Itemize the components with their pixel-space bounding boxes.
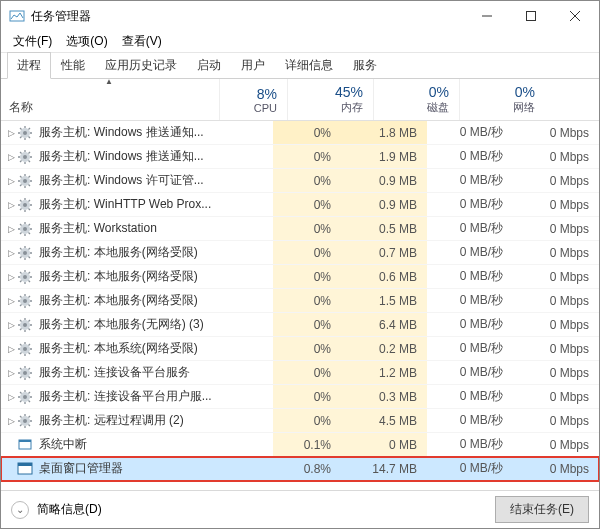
chevron-down-icon[interactable]: ⌄: [11, 501, 29, 519]
fewer-details-link[interactable]: 简略信息(D): [37, 501, 102, 518]
menubar: 文件(F) 选项(O) 查看(V): [1, 31, 599, 53]
svg-line-23: [29, 152, 31, 154]
column-header-row: ▲ 名称 8% CPU 45% 内存 0% 磁盘 0% 网络: [1, 79, 599, 121]
disk-cell: 0 MB/秒: [427, 457, 513, 480]
svg-line-114: [20, 376, 22, 378]
expand-icon[interactable]: ▷: [1, 128, 15, 138]
svg-line-52: [29, 232, 31, 234]
process-row[interactable]: 桌面窗口管理器0.8%14.7 MB0 MB/秒0 Mbps: [1, 457, 599, 481]
disk-cell: 0 MB/秒: [427, 121, 513, 144]
process-row[interactable]: ▷服务主机: 远程过程调用 (2)0%4.5 MB0 MB/秒0 Mbps: [1, 409, 599, 433]
process-row[interactable]: ▷服务主机: Windows 推送通知...0%1.8 MB0 MB/秒0 Mb…: [1, 121, 599, 145]
sort-indicator-icon: ▲: [105, 77, 113, 86]
tab-processes[interactable]: 进程: [7, 52, 51, 79]
tab-app-history[interactable]: 应用历史记录: [95, 52, 187, 79]
disk-cell: 0 MB/秒: [427, 409, 513, 432]
svg-point-6: [23, 131, 27, 135]
svg-point-126: [23, 419, 27, 423]
mem-cell: 0.3 MB: [341, 385, 427, 408]
mem-cell: 1.5 MB: [341, 289, 427, 312]
svg-line-93: [29, 320, 31, 322]
process-row[interactable]: ▷服务主机: 本地服务(网络受限)0%1.5 MB0 MB/秒0 Mbps: [1, 289, 599, 313]
net-cell: 0 Mbps: [513, 433, 599, 456]
app-icon: [9, 8, 25, 24]
process-row[interactable]: ▷服务主机: 连接设备平台服务0%1.2 MB0 MB/秒0 Mbps: [1, 361, 599, 385]
mem-usage-pct: 45%: [335, 84, 363, 100]
process-row[interactable]: ▷服务主机: 本地系统(网络受限)0%0.2 MB0 MB/秒0 Mbps: [1, 337, 599, 361]
cpu-cell: 0%: [273, 409, 341, 432]
expand-icon[interactable]: ▷: [1, 224, 15, 234]
process-row[interactable]: ▷服务主机: Windows 推送通知...0%1.9 MB0 MB/秒0 Mb…: [1, 145, 599, 169]
process-row[interactable]: ▷服务主机: 本地服务(网络受限)0%0.6 MB0 MB/秒0 Mbps: [1, 265, 599, 289]
svg-point-96: [23, 347, 27, 351]
menu-options[interactable]: 选项(O): [60, 31, 113, 52]
net-cell: 0 Mbps: [513, 169, 599, 192]
expand-icon[interactable]: ▷: [1, 248, 15, 258]
minimize-button[interactable]: [465, 2, 509, 30]
svg-line-64: [20, 256, 22, 258]
menu-file[interactable]: 文件(F): [7, 31, 58, 52]
process-row[interactable]: ▷服务主机: WinHTTP Web Prox...0%0.9 MB0 MB/秒…: [1, 193, 599, 217]
expand-icon[interactable]: ▷: [1, 176, 15, 186]
window-title: 任务管理器: [31, 8, 91, 25]
net-cell: 0 Mbps: [513, 145, 599, 168]
expand-icon[interactable]: ▷: [1, 296, 15, 306]
svg-line-124: [20, 400, 22, 402]
expand-icon[interactable]: ▷: [1, 368, 15, 378]
tab-startup[interactable]: 启动: [187, 52, 231, 79]
svg-line-34: [20, 184, 22, 186]
net-cell: 0 Mbps: [513, 265, 599, 288]
svg-line-121: [20, 392, 22, 394]
svg-line-61: [20, 248, 22, 250]
process-row[interactable]: 系统中断0.1%0 MB0 MB/秒0 Mbps: [1, 433, 599, 457]
tab-services[interactable]: 服务: [343, 52, 387, 79]
process-row[interactable]: ▷服务主机: 连接设备平台用户服...0%0.3 MB0 MB/秒0 Mbps: [1, 385, 599, 409]
cpu-cell: 0%: [273, 241, 341, 264]
expand-icon[interactable]: ▷: [1, 416, 15, 426]
process-name: 服务主机: Windows 推送通知...: [39, 148, 273, 165]
expand-icon[interactable]: ▷: [1, 200, 15, 210]
expand-icon[interactable]: ▷: [1, 344, 15, 354]
process-row[interactable]: ▷服务主机: Workstation0%0.5 MB0 MB/秒0 Mbps: [1, 217, 599, 241]
process-icon: [17, 317, 33, 333]
svg-line-122: [29, 400, 31, 402]
expand-icon[interactable]: ▷: [1, 320, 15, 330]
svg-line-92: [29, 328, 31, 330]
net-cell: 0 Mbps: [513, 121, 599, 144]
end-task-button[interactable]: 结束任务(E): [495, 496, 589, 523]
net-cell: 0 Mbps: [513, 217, 599, 240]
process-icon: [17, 341, 33, 357]
maximize-button[interactable]: [509, 2, 553, 30]
tab-users[interactable]: 用户: [231, 52, 275, 79]
svg-point-26: [23, 179, 27, 183]
column-network[interactable]: 0% 网络: [459, 79, 545, 120]
svg-line-91: [20, 320, 22, 322]
net-cell: 0 Mbps: [513, 193, 599, 216]
disk-cell: 0 MB/秒: [427, 313, 513, 336]
close-button[interactable]: [553, 2, 597, 30]
cpu-cell: 0.1%: [273, 433, 341, 456]
column-cpu[interactable]: 8% CPU: [219, 79, 287, 120]
svg-line-21: [20, 152, 22, 154]
process-row[interactable]: ▷服务主机: 本地服务(网络受限)0%0.7 MB0 MB/秒0 Mbps: [1, 241, 599, 265]
process-row[interactable]: ▷服务主机: Windows 许可证管...0%0.9 MB0 MB/秒0 Mb…: [1, 169, 599, 193]
menu-view[interactable]: 查看(V): [116, 31, 168, 52]
mem-cell: 1.2 MB: [341, 361, 427, 384]
mem-cell: 4.5 MB: [341, 409, 427, 432]
svg-line-12: [29, 136, 31, 138]
svg-point-16: [23, 155, 27, 159]
column-disk[interactable]: 0% 磁盘: [373, 79, 459, 120]
expand-icon[interactable]: ▷: [1, 272, 15, 282]
tab-performance[interactable]: 性能: [51, 52, 95, 79]
column-memory[interactable]: 45% 内存: [287, 79, 373, 120]
mem-cell: 0.9 MB: [341, 169, 427, 192]
expand-icon[interactable]: ▷: [1, 392, 15, 402]
expand-icon[interactable]: ▷: [1, 152, 15, 162]
cpu-cell: 0%: [273, 361, 341, 384]
process-row[interactable]: ▷服务主机: 本地服务(无网络) (3)0%6.4 MB0 MB/秒0 Mbps: [1, 313, 599, 337]
net-cell: 0 Mbps: [513, 313, 599, 336]
tab-details[interactable]: 详细信息: [275, 52, 343, 79]
process-list[interactable]: ▷服务主机: Windows 推送通知...0%1.8 MB0 MB/秒0 Mb…: [1, 121, 599, 490]
svg-line-32: [29, 184, 31, 186]
svg-line-54: [20, 232, 22, 234]
